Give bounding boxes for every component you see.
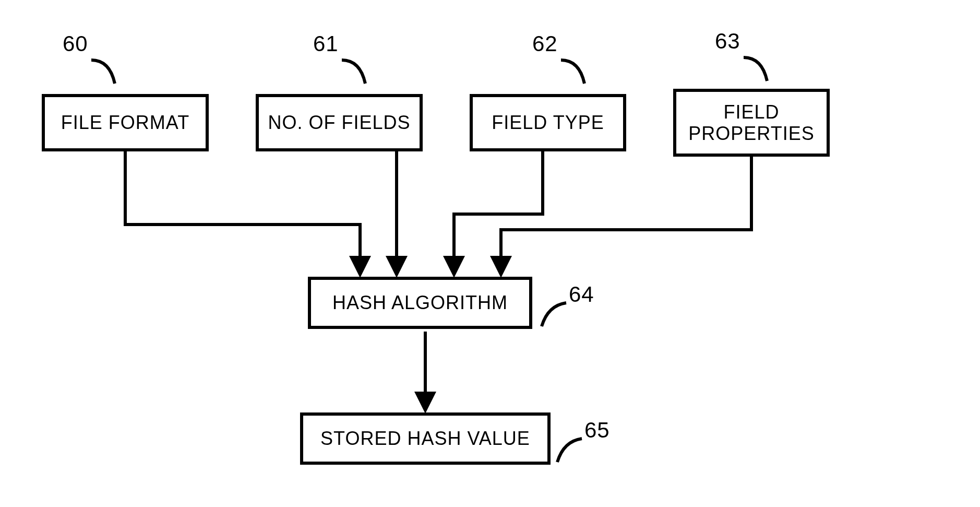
connectors: [0, 0, 980, 507]
flowchart: FILE FORMAT NO. OF FIELDS FIELD TYPE FIE…: [0, 0, 980, 507]
arrow-60-to-64: [125, 151, 360, 274]
arrow-62-to-64: [454, 151, 543, 274]
